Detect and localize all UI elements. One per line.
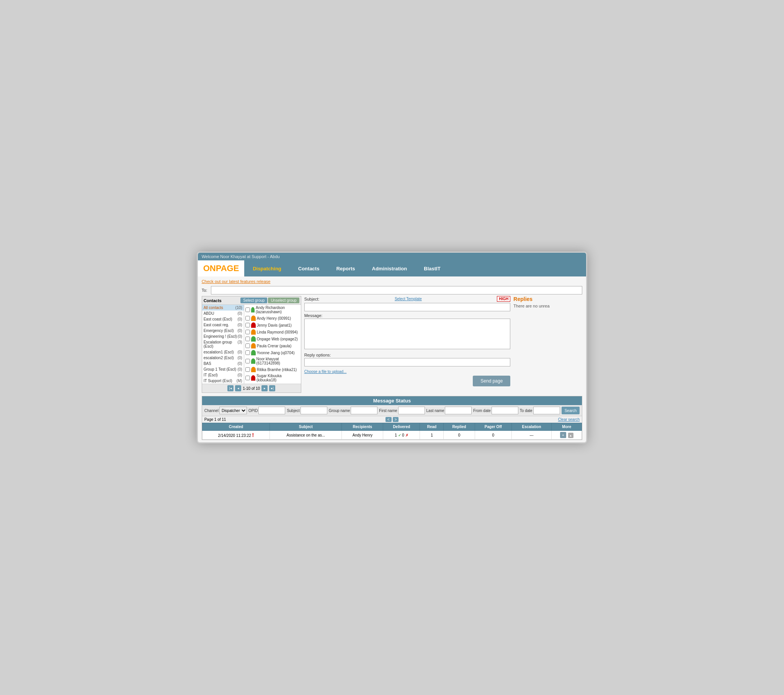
upload-link[interactable]: Choose a file to upload... <box>304 370 347 374</box>
list-item[interactable]: Ritika Bramhe (ritika21) <box>244 366 301 373</box>
last-name-filter-group: Last name <box>427 407 472 414</box>
pagination-prev-btn[interactable]: ◂ <box>235 385 241 391</box>
pagination-info: 1-10 of 10 <box>243 386 260 391</box>
from-date-input[interactable] <box>491 407 518 414</box>
to-label: To: <box>202 288 209 292</box>
select-template-link[interactable]: Select Template <box>395 297 422 301</box>
message-textarea[interactable] <box>304 319 511 349</box>
replies-content: There are no unrea <box>513 304 582 308</box>
list-item[interactable]: Noor khayyat (6173142898) <box>244 356 301 366</box>
list-item[interactable]: Yvonne Jiang (xj0704) <box>244 349 301 356</box>
more-button[interactable]: + <box>560 432 566 438</box>
table-next-btn[interactable]: > <box>393 417 399 422</box>
contact-checkbox[interactable] <box>245 376 250 380</box>
th-subject: Subject <box>270 423 342 431</box>
nav-tab-dispatching[interactable]: Dispatching <box>244 261 290 276</box>
contact-checkbox[interactable] <box>245 350 250 355</box>
list-item[interactable]: Andy Henry (00991) <box>244 315 301 322</box>
top-bar: Welcome Noor Khayyat at Support - Abdu <box>198 253 586 261</box>
priority-badge: HIGH <box>497 296 510 302</box>
first-name-input[interactable] <box>398 407 425 414</box>
list-item[interactable]: Andy Richardson (lazarusshawn) <box>244 305 301 315</box>
nav-tab-reports[interactable]: Reports <box>328 261 363 276</box>
list-item[interactable]: IT Support (Escl) (M) <box>202 378 244 384</box>
contacts-list: Andy Richardson (lazarusshawn) Andy Henr… <box>244 305 301 384</box>
pagination-bar: |◂ ◂ 1-10 of 10 ▸ ▸| <box>202 384 301 393</box>
to-field-row: To: <box>202 286 583 294</box>
list-item[interactable]: Jenny Davis (janat1) <box>244 322 301 329</box>
status-table: Created Subject Recipients Delivered Rea… <box>202 423 582 439</box>
delivered-check-icon: ✓ <box>398 433 401 437</box>
features-link[interactable]: Check out our latest features release <box>202 279 271 284</box>
list-item[interactable]: Onpage Web (onpage2) <box>244 335 301 342</box>
list-item[interactable]: escalation1 (Escl) (0) <box>202 349 244 355</box>
to-date-input[interactable] <box>533 407 560 414</box>
td-subject: Assistance on the as... <box>270 431 342 439</box>
contact-status-icon <box>251 329 256 335</box>
to-input[interactable] <box>211 286 583 294</box>
pagination-next-btn[interactable]: ▸ <box>262 385 268 391</box>
channel-select[interactable]: Dispatcher <box>219 407 247 414</box>
send-row: Send page <box>304 374 511 386</box>
contact-checkbox[interactable] <box>245 367 250 372</box>
list-item[interactable]: IT (Escl) (0) <box>202 372 244 378</box>
unselect-group-button[interactable]: Unselect group <box>268 297 299 303</box>
contact-checkbox[interactable] <box>245 307 250 312</box>
send-page-button[interactable]: Send page <box>473 376 510 386</box>
clear-search-link[interactable]: Clear search <box>558 418 580 422</box>
opid-input[interactable] <box>259 407 285 414</box>
list-item[interactable]: Sugar Kibuuka (kibuuka18) <box>244 373 301 383</box>
group-name-input[interactable] <box>351 407 377 414</box>
list-item[interactable]: Engineering ! (Escl) (0) <box>202 333 244 339</box>
nav-bar: ONPAGE Dispatching Contacts Reports Admi… <box>198 261 586 276</box>
search-button[interactable]: Search <box>562 407 580 414</box>
to-date-filter-group: To date <box>520 407 560 414</box>
page-info: Page 1 of 11 <box>204 418 226 422</box>
groups-contacts-wrapper: Contacts Select group Unselect group All… <box>202 296 301 393</box>
list-item[interactable]: BAS (0) <box>202 361 244 366</box>
search-filters: Channel Dispatcher OPID Subject Group na… <box>202 405 582 416</box>
list-item[interactable]: Group 1 Test (Escl) (0) <box>202 366 244 372</box>
contact-checkbox[interactable] <box>245 330 250 334</box>
list-item[interactable]: East coast (Escl) (0) <box>202 316 244 322</box>
list-item[interactable]: Emergency (Escl) (0) <box>202 328 244 333</box>
contact-status-icon <box>251 358 255 364</box>
table-pagination-info: Page 1 of 11 < > Clear search <box>202 416 582 423</box>
subject-input[interactable] <box>304 303 511 311</box>
list-item[interactable]: Paula Crerar (paula) <box>244 342 301 349</box>
contact-checkbox[interactable] <box>245 343 250 348</box>
logo-accent: ON <box>203 263 216 273</box>
list-item[interactable]: All contacts (10) <box>202 305 244 310</box>
scroll-up-button[interactable]: ▲ <box>568 433 573 438</box>
list-item[interactable]: Escalation group (Escl) (3) <box>202 339 244 349</box>
td-recipients: Andy Henry <box>342 431 383 439</box>
right-form-panel: Subject: Select Template HIGH Message: R… <box>304 296 511 393</box>
logo-area: ONPAGE <box>198 261 245 276</box>
reply-options-input[interactable] <box>304 358 511 366</box>
list-item[interactable]: escalation2 (Escl) (0) <box>202 355 244 361</box>
contact-checkbox[interactable] <box>245 323 250 327</box>
pagination-last-btn[interactable]: ▸| <box>269 385 275 391</box>
nav-tab-administration[interactable]: Administration <box>364 261 416 276</box>
list-item[interactable]: East coast reg. (0) <box>202 322 244 328</box>
table-prev-btn[interactable]: < <box>385 417 392 422</box>
groups-list: All contacts (10) ABDU (0) East coast (E… <box>202 305 244 384</box>
group-name-label: Group name <box>329 409 350 413</box>
list-item[interactable]: ABDU (0) <box>202 310 244 316</box>
message-status-header: Message Status <box>202 396 582 405</box>
nav-tab-blastit[interactable]: BlastIT <box>415 261 449 276</box>
list-item[interactable]: Linda Raymond (00994) <box>244 329 301 335</box>
contact-checkbox[interactable] <box>245 337 250 341</box>
contact-checkbox[interactable] <box>245 316 250 320</box>
replied-count: 0 <box>458 433 461 437</box>
subject-filter-input[interactable] <box>300 407 327 414</box>
contact-status-icon <box>251 350 256 355</box>
last-name-input[interactable] <box>445 407 472 414</box>
nav-tab-contacts[interactable]: Contacts <box>290 261 328 276</box>
contact-checkbox[interactable] <box>245 359 250 363</box>
pagination-first-btn[interactable]: |◂ <box>227 385 234 391</box>
main-layout: Contacts Select group Unselect group All… <box>202 296 583 393</box>
contact-status-icon <box>251 336 256 342</box>
subject-filter-group: Subject <box>287 407 327 414</box>
select-group-button[interactable]: Select group <box>240 297 267 303</box>
